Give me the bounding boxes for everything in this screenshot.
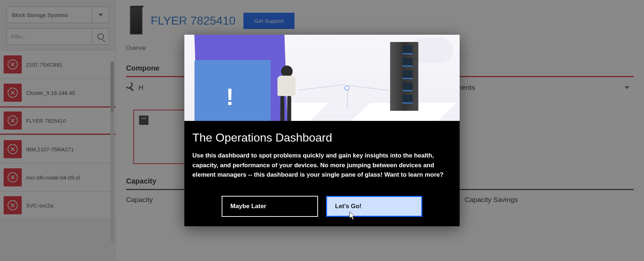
modal-description: Use this dashboard to spot problems quic… (192, 151, 452, 180)
lets-go-button[interactable]: Let's Go! (326, 196, 422, 217)
modal-actions: Maybe Later Let's Go! (192, 196, 452, 217)
modal-hero-illustration: ! (184, 35, 460, 121)
onboarding-modal: ! The Operations Dashboard Use this dash… (184, 35, 460, 226)
maybe-later-button[interactable]: Maybe Later (222, 196, 318, 217)
modal-overlay[interactable]: ! The Operations Dashboard Use this dash… (0, 0, 644, 261)
modal-body: The Operations Dashboard Use this dashbo… (184, 121, 460, 226)
modal-title: The Operations Dashboard (192, 131, 452, 144)
